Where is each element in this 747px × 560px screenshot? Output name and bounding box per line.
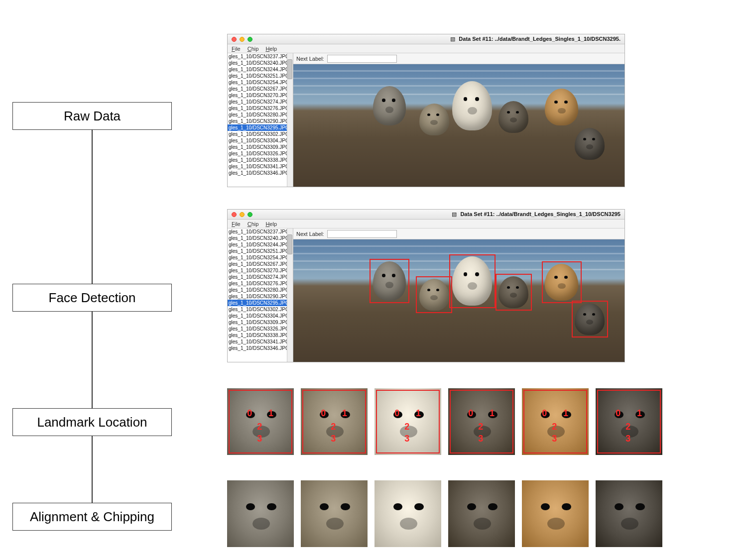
seal-face-chip: 0123 <box>301 388 368 455</box>
file-list-item[interactable]: gles_1_10/DSCN3240.JPG <box>228 60 293 66</box>
close-icon[interactable] <box>232 37 237 42</box>
file-list-item[interactable]: gles_1_10/DSCN3254.JPG <box>228 254 293 261</box>
seal-face-chip <box>448 480 515 547</box>
file-list[interactable]: ▲ gles_1_10/DSCN3237.JPGgles_1_10/DSCN32… <box>228 53 293 187</box>
next-label-input[interactable] <box>327 55 397 63</box>
detection-box[interactable] <box>416 276 452 313</box>
scrollbar[interactable] <box>287 53 293 187</box>
menu-chip[interactable]: Chip <box>248 221 259 227</box>
seal-face-chip <box>227 480 294 547</box>
detection-box[interactable] <box>370 259 409 303</box>
file-list-item[interactable]: gles_1_10/DSCN3326.JPG <box>228 150 293 157</box>
detection-box[interactable] <box>572 301 608 337</box>
flow-connector <box>92 130 93 284</box>
landmark-label: 2 <box>552 422 557 432</box>
minimize-icon[interactable] <box>240 212 245 217</box>
landmark-label: 2 <box>625 422 630 432</box>
landmark-label: 2 <box>478 422 483 432</box>
detection-box[interactable] <box>542 261 582 303</box>
app-window-detected: ▧ Data Set #11: ../data/Brandt_Ledges_Si… <box>227 209 625 362</box>
zoom-icon[interactable] <box>248 37 252 42</box>
detection-box[interactable] <box>449 254 496 308</box>
file-list-item[interactable]: gles_1_10/DSCN3295.JPG <box>228 300 293 306</box>
landmark-label: 1 <box>268 408 273 419</box>
seal-tan <box>545 89 578 125</box>
file-list-item[interactable]: gles_1_10/DSCN3346.JPG <box>228 170 293 176</box>
toolbar: Next Label: <box>293 228 624 239</box>
file-list-item[interactable]: gles_1_10/DSCN3309.JPG <box>228 319 293 326</box>
next-label-input[interactable] <box>327 230 397 238</box>
landmark-chips: 012301230123012301230123 <box>227 388 662 455</box>
landmark-label: 1 <box>563 408 568 419</box>
zoom-icon[interactable] <box>248 212 252 217</box>
file-list-item[interactable]: gles_1_10/DSCN3290.JPG <box>228 118 293 124</box>
file-list-item[interactable]: gles_1_10/DSCN3270.JPG <box>228 92 293 99</box>
file-list-item[interactable]: gles_1_10/DSCN3251.JPG <box>228 73 293 79</box>
file-list-item[interactable]: gles_1_10/DSCN3276.JPG <box>228 105 293 112</box>
file-list-item[interactable]: gles_1_10/DSCN3237.JPG <box>228 228 293 235</box>
file-list-item[interactable]: gles_1_10/DSCN3338.JPG <box>228 157 293 163</box>
scrollbar[interactable] <box>287 228 293 362</box>
file-list-item[interactable]: gles_1_10/DSCN3302.JPG <box>228 131 293 137</box>
seal-face-chip: 0123 <box>522 388 589 455</box>
file-list-item[interactable]: gles_1_10/DSCN3326.JPG <box>228 326 293 332</box>
flow-connector <box>92 436 93 503</box>
flow-label: Face Detection <box>49 290 136 306</box>
seal-dark-low <box>575 128 605 160</box>
file-list-item[interactable]: gles_1_10/DSCN3290.JPG <box>228 293 293 300</box>
file-list-item[interactable]: gles_1_10/DSCN3244.JPG <box>228 241 293 248</box>
file-list-item[interactable]: gles_1_10/DSCN3304.JPG <box>228 137 293 144</box>
toolbar: Next Label: <box>293 53 624 64</box>
file-list-item[interactable]: gles_1_10/DSCN3251.JPG <box>228 248 293 254</box>
landmark-label: 3 <box>478 434 483 444</box>
file-list-item[interactable]: gles_1_10/DSCN3341.JPG <box>228 338 293 345</box>
file-list-item[interactable]: gles_1_10/DSCN3276.JPG <box>228 280 293 287</box>
minimize-icon[interactable] <box>240 37 245 42</box>
app-icon: ▧ <box>452 211 457 217</box>
file-list-item[interactable]: gles_1_10/DSCN3270.JPG <box>228 267 293 274</box>
seal-face-chip: 0123 <box>596 388 662 455</box>
scrollbar-thumb[interactable] <box>287 59 292 79</box>
scrollbar-thumb[interactable] <box>287 234 292 254</box>
close-icon[interactable] <box>232 212 237 217</box>
landmark-label: 0 <box>616 408 621 419</box>
menubar: File Chip Help <box>228 44 624 53</box>
flow-box-align: Alignment & Chipping <box>12 503 172 531</box>
file-list-item[interactable]: gles_1_10/DSCN3346.JPG <box>228 345 293 351</box>
menu-file[interactable]: File <box>232 221 241 227</box>
flow-box-landmark: Landmark Location <box>12 408 172 436</box>
file-list-item[interactable]: gles_1_10/DSCN3341.JPG <box>228 163 293 170</box>
landmark-label: 1 <box>637 408 642 419</box>
flow-box-raw: Raw Data <box>12 102 172 130</box>
menubar: File Chip Help <box>228 220 624 228</box>
traffic-lights <box>232 37 252 42</box>
file-list-item[interactable]: gles_1_10/DSCN3254.JPG <box>228 79 293 86</box>
file-list-item[interactable]: gles_1_10/DSCN3240.JPG <box>228 235 293 241</box>
landmark-label: 3 <box>625 434 630 444</box>
flow-box-detect: Face Detection <box>12 284 172 312</box>
file-list-item[interactable]: gles_1_10/DSCN3295.JPG <box>228 124 293 131</box>
file-list-item[interactable]: gles_1_10/DSCN3274.JPG <box>228 274 293 280</box>
file-list-item[interactable]: gles_1_10/DSCN3304.JPG <box>228 313 293 319</box>
file-list-item[interactable]: gles_1_10/DSCN3274.JPG <box>228 99 293 105</box>
file-list[interactable]: ▲ gles_1_10/DSCN3237.JPGgles_1_10/DSCN32… <box>228 228 293 362</box>
file-list-item[interactable]: gles_1_10/DSCN3267.JPG <box>228 86 293 92</box>
seal-face-chip <box>374 480 441 547</box>
window-titlebar: ▧ Data Set #11: ../data/Brandt_Ledges_Si… <box>228 34 624 44</box>
menu-help[interactable]: Help <box>265 46 277 52</box>
file-list-item[interactable]: gles_1_10/DSCN3280.JPG <box>228 112 293 118</box>
flow-label: Landmark Location <box>37 415 147 430</box>
menu-help[interactable]: Help <box>265 221 277 227</box>
file-list-item[interactable]: gles_1_10/DSCN3338.JPG <box>228 332 293 338</box>
menu-file[interactable]: File <box>232 46 241 52</box>
file-list-item[interactable]: gles_1_10/DSCN3237.JPG <box>228 53 293 60</box>
menu-chip[interactable]: Chip <box>248 46 259 52</box>
file-list-item[interactable]: gles_1_10/DSCN3280.JPG <box>228 287 293 293</box>
detection-box[interactable] <box>496 274 532 311</box>
file-list-item[interactable]: gles_1_10/DSCN3244.JPG <box>228 66 293 73</box>
file-list-item[interactable]: gles_1_10/DSCN3267.JPG <box>228 261 293 267</box>
file-list-item[interactable]: gles_1_10/DSCN3309.JPG <box>228 144 293 150</box>
seal-face-chip <box>522 480 589 547</box>
file-list-item[interactable]: gles_1_10/DSCN3302.JPG <box>228 306 293 313</box>
seal-face-chip <box>301 480 368 547</box>
